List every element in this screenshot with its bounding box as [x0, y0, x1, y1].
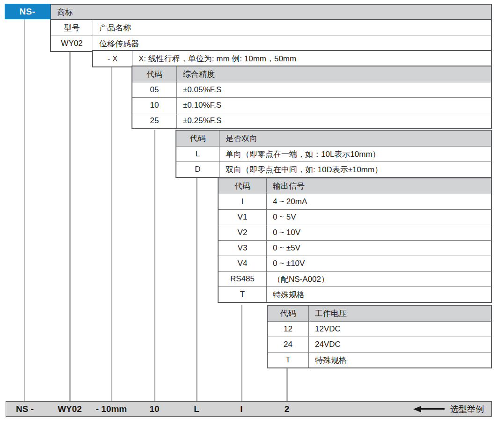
example-part-model: WY02: [58, 404, 82, 414]
example-part-stroke: - 10mm: [96, 404, 127, 414]
output-code: V3: [219, 241, 267, 256]
output-label: 0 ~ 5V: [267, 210, 491, 225]
voltage-header-row: 代码 工作电压: [268, 306, 491, 321]
output-label: 4 ~ 20mA: [267, 194, 491, 209]
accuracy-header-row: 代码 综合精度: [132, 66, 491, 82]
table-row: V4 0 ~ ±10V: [219, 256, 491, 271]
voltage-code: 24: [268, 337, 309, 352]
output-code: I: [219, 194, 267, 209]
voltage-table: 代码 工作电压 12 12VDC 24 24VDC T 特殊规格: [267, 305, 492, 368]
accuracy-code: 10: [132, 98, 177, 113]
stroke-code: - X: [93, 51, 132, 66]
voltage-header-code: 代码: [268, 306, 309, 321]
table-row: V2 0 ~ 10V: [219, 225, 491, 240]
trademark-row: 商标: [50, 4, 492, 21]
output-code: V1: [219, 210, 267, 225]
accuracy-label: ±0.25%F.S: [177, 113, 491, 128]
model-header-label: 产品名称: [93, 20, 491, 36]
connector-line-accuracy: [154, 130, 155, 401]
table-row: V3 0 ~ ±5V: [219, 240, 491, 256]
table-row: 25 ±0.25%F.S: [132, 113, 491, 128]
voltage-label: 特殊规格: [309, 353, 491, 367]
voltage-label: 12VDC: [309, 322, 491, 337]
brand-code-box: NS-: [5, 4, 50, 19]
accuracy-code: 25: [132, 113, 177, 128]
table-row: D 双向（即零点在中间，如: 10D表示±10mm）: [176, 162, 491, 177]
direction-header-row: 代码 是否双向: [176, 131, 491, 146]
table-row: 24 24VDC: [268, 337, 491, 352]
example-part-brand: NS -: [16, 404, 34, 414]
example-caption: 选型举例: [450, 404, 484, 415]
output-code: V4: [219, 256, 267, 271]
example-part-voltage: 2: [285, 404, 290, 414]
connector-line-brand: [24, 19, 25, 401]
output-label: （配NS-A002）: [267, 272, 491, 286]
model-code: WY02: [51, 36, 93, 51]
table-row: L 单向（即零点在一端，如：10L表示10mm）: [176, 146, 491, 162]
model-header-row: 型号 产品名称: [51, 20, 491, 36]
output-label: 特殊规格: [267, 287, 491, 302]
example-part-output: I: [240, 404, 242, 414]
accuracy-label: ±0.05%F.S: [177, 82, 491, 97]
output-header-row: 代码 输出信号: [219, 178, 491, 194]
example-part-accuracy: 10: [149, 404, 159, 414]
table-row: T 特殊规格: [219, 286, 491, 302]
brand-code-text: NS-: [19, 7, 35, 17]
direction-header-code: 代码: [176, 131, 219, 146]
table-row: 05 ±0.05%F.S: [132, 82, 491, 97]
connector-line-stroke: [111, 66, 112, 401]
output-header-code: 代码: [219, 178, 267, 194]
arrow-shaft: [421, 408, 445, 410]
table-row: 12 12VDC: [268, 321, 491, 337]
ordering-code-diagram: NS- 商标 型号 产品名称 WY02 位移传感器 - X X: 线性行程，单位…: [0, 0, 504, 426]
direction-label: 单向（即零点在一端，如：10L表示10mm）: [219, 147, 491, 162]
table-row: T 特殊规格: [268, 352, 491, 367]
connector-line-direction: [196, 177, 197, 401]
output-code: V2: [219, 225, 267, 240]
direction-code: D: [176, 162, 219, 177]
voltage-label: 24VDC: [309, 337, 491, 352]
example-bar: NS - WY02 - 10mm 10 L I 2 选型举例: [6, 401, 492, 417]
stroke-row: - X X: 线性行程，单位为: mm 例: 10mm，50mm: [92, 50, 492, 67]
example-pointer: 选型举例: [413, 404, 484, 415]
output-code: RS485: [219, 272, 267, 286]
left-arrow-icon: [413, 406, 421, 412]
accuracy-header-code: 代码: [132, 66, 177, 82]
table-row: V1 0 ~ 5V: [219, 209, 491, 225]
example-part-direction: L: [194, 404, 199, 414]
direction-table: 代码 是否双向 L 单向（即零点在一端，如：10L表示10mm） D 双向（即零…: [175, 130, 492, 178]
voltage-code: 12: [268, 322, 309, 337]
output-table: 代码 输出信号 I 4 ~ 20mA V1 0 ~ 5V V2 0 ~ 10V …: [218, 177, 492, 303]
accuracy-code: 05: [132, 82, 177, 97]
output-header-label: 输出信号: [267, 178, 491, 194]
voltage-header-label: 工作电压: [309, 306, 491, 321]
direction-code: L: [176, 147, 219, 162]
output-code: T: [219, 287, 267, 302]
output-label: 0 ~ ±5V: [267, 241, 491, 256]
voltage-code: T: [268, 353, 309, 367]
direction-header-label: 是否双向: [219, 131, 491, 146]
direction-label: 双向（即零点在中间，如: 10D表示±10mm）: [219, 162, 491, 177]
model-header-code: 型号: [51, 20, 93, 36]
stroke-label: X: 线性行程，单位为: mm 例: 10mm，50mm: [132, 51, 491, 66]
table-row: 10 ±0.10%F.S: [132, 97, 491, 113]
output-label: 0 ~ 10V: [267, 225, 491, 240]
trademark-label: 商标: [51, 5, 491, 20]
model-value-row: WY02 位移传感器: [51, 36, 491, 51]
accuracy-header-label: 综合精度: [177, 66, 491, 82]
connector-line-model: [69, 50, 71, 401]
output-label: 0 ~ ±10V: [267, 256, 491, 271]
model-label: 位移传感器: [93, 36, 491, 51]
model-table: 型号 产品名称 WY02 位移传感器: [50, 19, 492, 52]
table-row: I 4 ~ 20mA: [219, 194, 491, 209]
connector-line-output: [241, 305, 242, 401]
accuracy-label: ±0.10%F.S: [177, 98, 491, 113]
table-row: RS485 （配NS-A002）: [219, 271, 491, 286]
connector-line-voltage: [286, 368, 288, 401]
accuracy-table: 代码 综合精度 05 ±0.05%F.S 10 ±0.10%F.S 25 ±0.…: [131, 66, 492, 129]
